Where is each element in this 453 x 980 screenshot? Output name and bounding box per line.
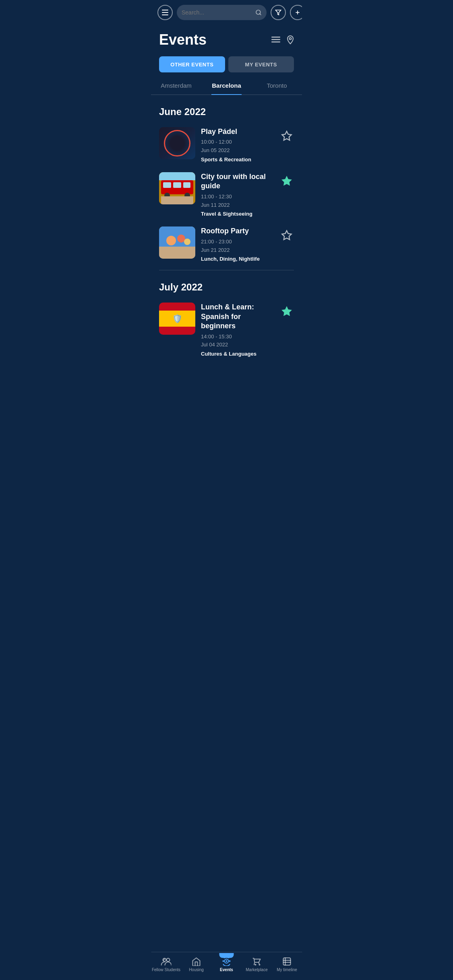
spain-flag: 🛡️	[159, 303, 195, 335]
svg-point-25	[166, 236, 176, 245]
star-filled-icon-2	[281, 306, 292, 317]
city-tab-amsterdam[interactable]: Amsterdam	[151, 76, 201, 95]
page-title: Events	[159, 31, 207, 48]
menu-button[interactable]	[157, 5, 173, 20]
hamburger-icon	[162, 10, 168, 15]
event-category-citytour: Travel & Sightseeing	[201, 211, 274, 217]
event-title-rooftop: Rooftop Party	[201, 226, 274, 236]
event-thumb-spain: 🛡️	[159, 303, 195, 335]
filter-button[interactable]	[271, 5, 286, 20]
event-thumb-citytour	[159, 172, 195, 204]
svg-point-26	[177, 235, 185, 243]
top-bar: 2	[151, 0, 302, 25]
event-title-padel: Play Pádel	[201, 127, 274, 136]
list-view-button[interactable]	[271, 37, 280, 43]
svg-marker-12	[282, 131, 291, 140]
page-header: Events	[151, 25, 302, 52]
star-empty-icon-2	[281, 230, 292, 241]
svg-line-1	[260, 14, 261, 15]
event-thumb-padel: adidas	[159, 127, 195, 159]
city-tabs: Amsterdam Barcelona Toronto	[151, 76, 302, 95]
flag-top	[159, 303, 195, 311]
star-empty-icon	[281, 130, 292, 142]
my-events-tab[interactable]: MY EVENTS	[228, 56, 294, 72]
svg-point-27	[184, 239, 190, 245]
svg-point-8	[290, 38, 292, 40]
event-lunch-learn[interactable]: 🛡️ Lunch & Learn: Spanish for beginners …	[151, 298, 302, 362]
svg-rect-6	[271, 39, 280, 40]
location-icon	[287, 35, 294, 44]
svg-marker-29	[282, 307, 291, 316]
padel-racket-icon: adidas	[169, 135, 185, 151]
july-section-title: July 2022	[151, 274, 302, 298]
event-time-padel: 10:00 - 12:00 Jun 05 2022	[201, 138, 274, 155]
header-actions	[271, 35, 294, 44]
other-events-tab[interactable]: OTHER EVENTS	[159, 56, 225, 72]
svg-rect-21	[161, 196, 193, 204]
filter-icon	[275, 9, 281, 16]
event-time-lunchnlearn: 14:00 - 15:30 Jul 04 2022	[201, 333, 274, 350]
event-rooftop[interactable]: Rooftop Party 21:00 - 23:00 Jun 21 2022 …	[151, 222, 302, 267]
search-icon	[255, 9, 262, 16]
svg-point-9	[172, 137, 183, 148]
event-time-rooftop: 21:00 - 23:00 Jun 21 2022	[201, 238, 274, 255]
flag-bottom	[159, 327, 195, 335]
city-tab-toronto[interactable]: Toronto	[252, 76, 302, 95]
event-time-citytour: 11:00 - 12:30 Jun 11 2022	[201, 193, 274, 210]
svg-rect-16	[173, 182, 181, 188]
june-section-title: June 2022	[151, 98, 302, 122]
svg-rect-7	[271, 41, 280, 43]
svg-rect-24	[159, 247, 195, 259]
svg-rect-20	[159, 172, 195, 180]
event-info-rooftop: Rooftop Party 21:00 - 23:00 Jun 21 2022 …	[201, 226, 274, 262]
search-input[interactable]	[182, 9, 252, 16]
svg-text:adidas: adidas	[172, 140, 182, 144]
event-info-padel: Play Pádel 10:00 - 12:00 Jun 05 2022 Spo…	[201, 127, 274, 163]
svg-rect-15	[163, 182, 171, 188]
event-toggle: OTHER EVENTS MY EVENTS	[151, 52, 302, 76]
event-category-padel: Sports & Recreation	[201, 156, 274, 163]
location-button[interactable]	[287, 35, 294, 44]
events-content: June 2022 adidas Play Pádel 10:00 - 12:0…	[151, 98, 302, 394]
add-button[interactable]	[290, 5, 302, 20]
city-tab-barcelona[interactable]: Barcelona	[201, 76, 252, 95]
event-category-rooftop: Lunch, Dining, Nightlife	[201, 256, 274, 262]
event-info-lunchnlearn: Lunch & Learn: Spanish for beginners 14:…	[201, 303, 274, 357]
svg-marker-2	[275, 10, 281, 15]
star-button-rooftop[interactable]	[279, 228, 294, 243]
event-title-lunchnlearn: Lunch & Learn: Spanish for beginners	[201, 303, 274, 331]
event-play-padel[interactable]: adidas Play Pádel 10:00 - 12:00 Jun 05 2…	[151, 122, 302, 167]
star-button-padel[interactable]	[279, 129, 294, 143]
flag-crest: 🛡️	[172, 314, 182, 323]
event-title-citytour: City tour with local guide	[201, 172, 274, 191]
list-icon	[271, 37, 280, 43]
event-category-lunchnlearn: Cultures & Languages	[201, 351, 274, 357]
event-city-tour[interactable]: City tour with local guide 11:00 - 12:30…	[151, 167, 302, 222]
bus-icon	[159, 172, 195, 204]
star-button-citytour[interactable]	[279, 174, 294, 188]
star-button-lunchnlearn[interactable]	[279, 304, 294, 319]
event-thumb-rooftop	[159, 226, 195, 259]
section-divider	[159, 270, 294, 270]
plus-icon	[294, 9, 301, 16]
star-filled-icon	[281, 175, 292, 187]
svg-rect-17	[183, 182, 190, 188]
svg-marker-22	[282, 176, 291, 185]
svg-marker-28	[282, 231, 291, 240]
svg-rect-5	[271, 37, 280, 38]
party-icon	[159, 226, 195, 259]
flag-middle: 🛡️	[159, 311, 195, 327]
search-bar[interactable]	[177, 5, 267, 20]
event-info-citytour: City tour with local guide 11:00 - 12:30…	[201, 172, 274, 217]
